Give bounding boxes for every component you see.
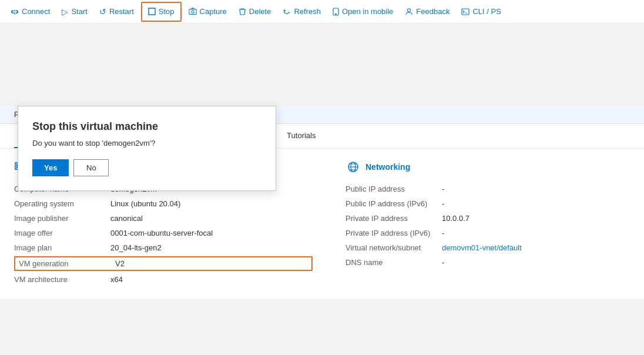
prop-value-vnet[interactable]: demovm01-vnet/default <box>442 243 630 252</box>
toolbar: Connect ▷ Start ↺ Restart Stop Capture D… <box>0 0 644 24</box>
connect-icon <box>11 8 19 16</box>
prop-value-private-ip: 10.0.0.7 <box>442 214 630 223</box>
prop-label-image-publisher: Image publisher <box>14 214 108 223</box>
prop-value-image-plan: 20_04-lts-gen2 <box>110 243 313 252</box>
capture-label: Capture <box>200 7 227 16</box>
feedback-icon <box>405 8 413 16</box>
prop-value-public-ip: - <box>442 185 630 193</box>
prop-value-vm-generation: V2 <box>115 259 308 268</box>
prop-value-vm-architecture: x64 <box>110 275 313 284</box>
start-label: Start <box>71 7 87 16</box>
prop-value-image-publisher: canonical <box>110 214 313 223</box>
stop-dialog-title: Stop this virtual machine <box>32 120 261 133</box>
prop-value-private-ip-v6: - <box>442 229 630 237</box>
open-mobile-label: Open in mobile <box>342 7 393 16</box>
prop-label-private-ip-v6: Private IP address (IPv6) <box>346 229 440 237</box>
svg-point-4 <box>336 14 337 15</box>
page-content: Stop this virtual machine Do you want to… <box>0 106 644 299</box>
restart-icon: ↺ <box>99 7 106 16</box>
stop-dialog-buttons: Yes No <box>32 159 261 176</box>
prop-row-vm-generation: VM generation V2 <box>14 256 313 271</box>
vm-name-in-dialog: demogen2vm <box>103 139 150 148</box>
prop-row-image-offer: Image offer 0001-com-ubuntu-server-focal <box>14 226 313 240</box>
stop-no-button[interactable]: No <box>73 159 109 176</box>
prop-label-image-offer: Image offer <box>14 229 108 237</box>
prop-label-vnet: Virtual network/subnet <box>346 243 440 252</box>
open-mobile-button[interactable]: Open in mobile <box>327 0 399 24</box>
prop-label-public-ip-v6: Public IP address (IPv6) <box>346 199 440 208</box>
cli-ps-label: CLI / PS <box>472 7 501 16</box>
cli-ps-button[interactable]: CLI / PS <box>455 0 507 24</box>
stop-label: Stop <box>159 7 175 16</box>
stop-yes-button[interactable]: Yes <box>32 159 69 176</box>
prop-row-image-plan: Image plan 20_04-lts-gen2 <box>14 240 313 255</box>
tab-tutorials[interactable]: Tutorials <box>277 124 325 148</box>
prop-value-dns: - <box>442 258 630 267</box>
prop-row-public-ip: Public IP address - <box>346 182 630 196</box>
cli-ps-icon <box>461 8 469 15</box>
prop-label-os: Operating system <box>14 199 108 208</box>
svg-point-5 <box>408 8 411 11</box>
feedback-label: Feedback <box>416 7 450 16</box>
prop-row-vnet: Virtual network/subnet demovm01-vnet/def… <box>346 240 630 255</box>
prop-label-vm-architecture: VM architecture <box>14 275 108 284</box>
restart-label: Restart <box>109 7 134 16</box>
prop-value-os: Linux (ubuntu 20.04) <box>110 199 313 208</box>
start-button[interactable]: ▷ Start <box>56 0 93 24</box>
feedback-button[interactable]: Feedback <box>399 0 455 24</box>
stop-dialog-desc-text: Do you want to stop 'demogen2vm'? <box>32 139 156 148</box>
prop-row-public-ip-v6: Public IP address (IPv6) - <box>346 196 630 211</box>
stop-button[interactable]: Stop <box>141 2 182 22</box>
prop-row-dns: DNS name - <box>346 255 630 270</box>
prop-row-image-publisher: Image publisher canonical <box>14 211 313 226</box>
svg-rect-0 <box>149 8 155 15</box>
networking-section-header: Networking <box>346 160 630 173</box>
refresh-icon <box>283 8 291 16</box>
stop-icon <box>148 8 156 15</box>
refresh-label: Refresh <box>294 7 321 16</box>
prop-label-dns: DNS name <box>346 258 440 267</box>
prop-label-image-plan: Image plan <box>14 243 108 252</box>
connect-button[interactable]: Connect <box>5 0 56 24</box>
refresh-button[interactable]: Refresh <box>277 0 327 24</box>
stop-dialog-description: Do you want to stop 'demogen2vm'? <box>32 139 261 148</box>
start-icon: ▷ <box>62 7 68 16</box>
connect-label: Connect <box>22 7 50 16</box>
stop-dialog: Stop this virtual machine Do you want to… <box>18 106 276 191</box>
delete-icon <box>239 8 246 16</box>
prop-value-image-offer: 0001-com-ubuntu-server-focal <box>110 229 313 237</box>
capture-icon <box>189 8 197 16</box>
prop-row-os: Operating system Linux (ubuntu 20.04) <box>14 196 313 211</box>
capture-button[interactable]: Capture <box>183 0 233 24</box>
prop-label-public-ip: Public IP address <box>346 185 440 193</box>
restart-button[interactable]: ↺ Restart <box>93 0 140 24</box>
prop-label-private-ip: Private IP address <box>346 214 440 223</box>
svg-point-2 <box>191 10 193 12</box>
prop-row-vm-architecture: VM architecture x64 <box>14 272 313 287</box>
svg-rect-1 <box>189 9 196 14</box>
prop-value-public-ip-v6: - <box>442 199 630 208</box>
delete-label: Delete <box>249 7 271 16</box>
prop-label-vm-generation: VM generation <box>19 259 113 268</box>
networking-icon <box>346 160 361 173</box>
open-mobile-icon <box>333 8 339 16</box>
prop-row-private-ip-v6: Private IP address (IPv6) - <box>346 226 630 240</box>
networking-section: Networking Public IP address - Public IP… <box>322 160 630 287</box>
networking-section-title: Networking <box>365 162 410 172</box>
prop-row-private-ip: Private IP address 10.0.0.7 <box>346 211 630 226</box>
svg-rect-6 <box>462 9 469 15</box>
delete-button[interactable]: Delete <box>233 0 277 24</box>
